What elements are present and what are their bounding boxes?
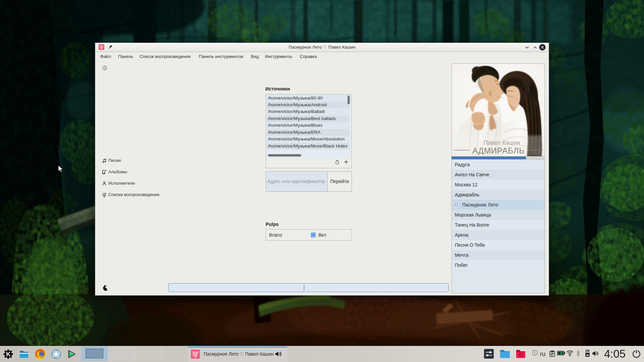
svg-text:K: K: [6, 351, 11, 358]
svg-text:Павел Кашин: Павел Кашин: [483, 139, 520, 146]
svg-text:АДМИРАБЛЬ: АДМИРАБЛЬ: [472, 146, 525, 155]
